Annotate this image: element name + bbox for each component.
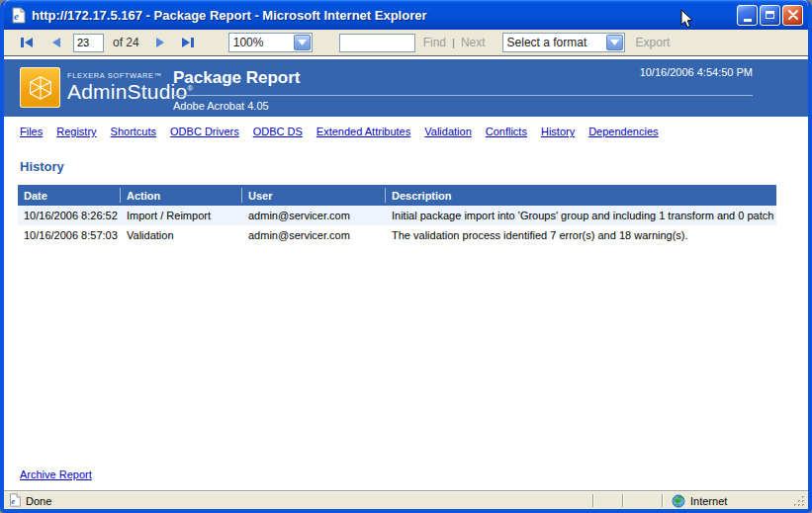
- cell-description: The validation process identified 7 erro…: [386, 229, 776, 241]
- title-bar: e http://172.17.5.167 - Package Report -…: [4, 0, 808, 30]
- previous-page-icon: [50, 37, 62, 48]
- nav-link-validation[interactable]: Validation: [424, 126, 472, 137]
- minimize-icon: [744, 19, 752, 22]
- zoom-select[interactable]: 100%: [228, 33, 313, 52]
- last-page-button[interactable]: [177, 35, 199, 50]
- statusbar-divider: [622, 494, 624, 507]
- page-spacer: [4, 245, 808, 469]
- last-page-icon: [181, 37, 195, 48]
- page-number-input[interactable]: [73, 34, 104, 52]
- first-page-button[interactable]: [16, 35, 38, 50]
- column-header-user: User: [242, 188, 386, 203]
- history-table: Date Action User Description 10/16/2006 …: [18, 185, 776, 245]
- nav-link-odbc-drivers[interactable]: ODBC Drivers: [170, 126, 239, 137]
- history-heading: History: [20, 159, 808, 174]
- maximize-button[interactable]: [760, 5, 780, 26]
- close-icon: [788, 10, 798, 20]
- chevron-down-icon[interactable]: [606, 35, 623, 50]
- find-input[interactable]: [339, 34, 415, 52]
- chevron-down-icon[interactable]: [294, 35, 311, 50]
- ie-page-icon: e: [8, 493, 22, 509]
- adminstudio-logo: FLEXERA SOFTWARE™ AdminStudio®: [20, 67, 193, 108]
- cell-action: Validation: [121, 229, 242, 241]
- export-format-select[interactable]: Select a format: [502, 33, 625, 52]
- previous-page-button[interactable]: [45, 35, 67, 50]
- find-next-button[interactable]: Next: [461, 36, 486, 49]
- next-page-icon: [154, 37, 166, 48]
- browser-window: e http://172.17.5.167 - Package Report -…: [0, 0, 812, 513]
- ie-page-icon: e: [10, 7, 27, 24]
- header-divider: [173, 95, 753, 96]
- export-button[interactable]: Export: [636, 36, 671, 49]
- table-row: 10/16/2006 8:26:52 PM Import / Reimport …: [18, 206, 776, 225]
- zone-label: Internet: [690, 495, 727, 507]
- cell-date: 10/16/2006 8:26:52 PM: [18, 210, 121, 221]
- table-header-row: Date Action User Description: [18, 185, 776, 206]
- report-header: FLEXERA SOFTWARE™ AdminStudio® Package R…: [4, 59, 808, 117]
- zoom-value: 100%: [229, 34, 293, 51]
- svg-text:e: e: [14, 10, 19, 22]
- nav-link-extended-attributes[interactable]: Extended Attributes: [316, 126, 410, 137]
- nav-link-conflicts[interactable]: Conflicts: [486, 126, 527, 137]
- report-toolbar: of 24 100% Find | Next: [4, 30, 808, 56]
- first-page-icon: [20, 37, 34, 48]
- column-header-date: Date: [18, 188, 121, 203]
- page-count-label: of 24: [113, 36, 139, 49]
- nav-link-odbc-ds[interactable]: ODBC DS: [253, 126, 303, 137]
- report-page: FLEXERA SOFTWARE™ AdminStudio® Package R…: [4, 56, 808, 490]
- window-title: http://172.17.5.167 - Package Report - M…: [32, 8, 737, 23]
- cell-user: admin@servicer.com: [242, 229, 386, 241]
- column-header-description: Description: [386, 188, 776, 203]
- globe-icon: [672, 494, 685, 508]
- maximize-icon: [766, 11, 774, 19]
- next-page-button[interactable]: [149, 35, 171, 50]
- find-next-separator: |: [452, 37, 455, 48]
- table-row: 10/16/2006 8:57:03 PM Validation admin@s…: [18, 225, 776, 245]
- cell-description: Initial package import into 'Groups' gro…: [386, 210, 776, 221]
- page-title: Package Report: [173, 68, 301, 88]
- svg-text:e: e: [11, 495, 15, 505]
- adminstudio-cube-icon: [20, 67, 60, 108]
- nav-link-dependencies[interactable]: Dependencies: [588, 126, 658, 137]
- close-button[interactable]: [782, 5, 803, 26]
- nav-link-files[interactable]: Files: [20, 126, 43, 137]
- export-format-value: Select a format: [503, 34, 605, 51]
- window-content: of 24 100% Find | Next: [4, 30, 808, 509]
- cell-action: Import / Reimport: [121, 210, 242, 221]
- status-bar: e Done Internet: [4, 490, 808, 509]
- column-header-action: Action: [121, 188, 242, 203]
- report-timestamp: 10/16/2006 4:54:50 PM: [640, 66, 753, 78]
- nav-link-history[interactable]: History: [541, 126, 575, 137]
- security-zone: Internet: [664, 494, 790, 508]
- minimize-button[interactable]: [737, 5, 758, 26]
- nav-link-shortcuts[interactable]: Shortcuts: [111, 126, 156, 137]
- archive-report-link[interactable]: Archive Report: [20, 469, 808, 480]
- cell-date: 10/16/2006 8:57:03 PM: [18, 229, 121, 241]
- resize-grip[interactable]: [792, 494, 806, 508]
- cell-user: admin@servicer.com: [242, 210, 386, 221]
- status-text: Done: [26, 495, 51, 507]
- statusbar-divider: [592, 494, 594, 507]
- section-nav: Files Registry Shortcuts ODBC Drivers OD…: [4, 117, 808, 143]
- find-button[interactable]: Find: [423, 36, 446, 49]
- nav-link-registry[interactable]: Registry: [56, 126, 96, 137]
- package-name: Adobe Acrobat 4.05: [173, 100, 269, 112]
